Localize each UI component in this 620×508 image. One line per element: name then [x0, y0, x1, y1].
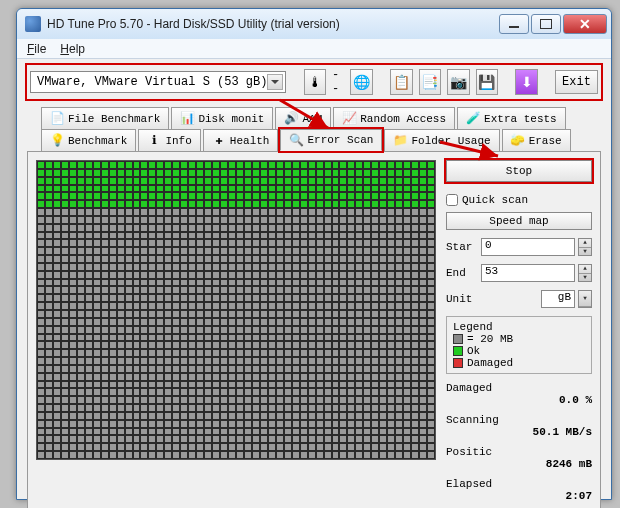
scan-block [252, 357, 260, 365]
start-input[interactable]: 0 [481, 238, 575, 256]
scan-block [37, 247, 45, 255]
scan-block [260, 279, 268, 287]
scan-block [140, 279, 148, 287]
exit-button[interactable]: Exit [555, 70, 598, 94]
save-button[interactable]: 💾 [476, 69, 499, 95]
scan-block [308, 341, 316, 349]
stop-button[interactable]: Stop [446, 160, 592, 182]
scan-block [212, 216, 220, 224]
scan-block [347, 279, 355, 287]
scan-block [300, 177, 308, 185]
scan-block [244, 294, 252, 302]
unit-dropdown[interactable]: ▼ [578, 290, 592, 308]
scan-block [276, 396, 284, 404]
scan-block [148, 271, 156, 279]
scan-block [324, 169, 332, 177]
scan-block [220, 177, 228, 185]
scan-block [252, 239, 260, 247]
tab-extra-tests[interactable]: 🧪Extra tests [457, 107, 566, 129]
temperature-button[interactable]: 🌡 [304, 69, 327, 95]
drive-select[interactable]: VMware, VMware Virtual S (53 gB) [30, 71, 286, 93]
tab-folder-usage[interactable]: 📁Folder Usage [384, 129, 499, 151]
minimize-button[interactable] [499, 14, 529, 34]
scan-block [308, 247, 316, 255]
scan-block [379, 263, 387, 271]
scan-block [228, 428, 236, 436]
scan-block [236, 381, 244, 389]
scan-block [93, 279, 101, 287]
options-button[interactable]: ⬇ [515, 69, 538, 95]
scan-block [125, 443, 133, 451]
scan-block [164, 420, 172, 428]
scan-block [156, 396, 164, 404]
scan-block [395, 404, 403, 412]
scan-block [260, 451, 268, 459]
scan-block [156, 239, 164, 247]
scan-block [276, 239, 284, 247]
scan-block [355, 185, 363, 193]
scan-block [324, 161, 332, 169]
tab-aam[interactable]: 🔊AAM [275, 107, 331, 129]
scan-block [109, 208, 117, 216]
scan-block [355, 271, 363, 279]
scan-block [133, 349, 141, 357]
scan-block [316, 349, 324, 357]
scan-block [300, 224, 308, 232]
screenshot-button[interactable]: 📷 [447, 69, 470, 95]
scan-block [93, 263, 101, 271]
title-bar[interactable]: HD Tune Pro 5.70 - Hard Disk/SSD Utility… [17, 9, 611, 39]
scan-block [53, 443, 61, 451]
scan-block [53, 192, 61, 200]
tab-health[interactable]: ✚Health [203, 129, 279, 151]
scan-block [355, 286, 363, 294]
tab-erase[interactable]: 🧽Erase [502, 129, 571, 151]
scan-block [53, 428, 61, 436]
tab-file-benchmark[interactable]: 📄File Benchmark [41, 107, 169, 129]
scan-block [164, 373, 172, 381]
tab-random-access[interactable]: 📈Random Access [333, 107, 455, 129]
copy-info-button[interactable]: 📋 [390, 69, 413, 95]
scan-block [292, 357, 300, 365]
scan-block [156, 224, 164, 232]
app-window: HD Tune Pro 5.70 - Hard Disk/SSD Utility… [16, 8, 612, 500]
scan-block [180, 255, 188, 263]
close-button[interactable]: ✕ [563, 14, 607, 34]
start-spinner[interactable]: ▲▼ [578, 238, 592, 256]
scan-block [363, 255, 371, 263]
copy-screenshot-button[interactable]: 📑 [419, 69, 442, 95]
scan-block [125, 373, 133, 381]
scan-block [133, 396, 141, 404]
scan-block [260, 200, 268, 208]
tab-benchmark[interactable]: 💡Benchmark [41, 129, 136, 151]
end-spinner[interactable]: ▲▼ [578, 264, 592, 282]
scan-block [355, 365, 363, 373]
tab-disk-monit[interactable]: 📊Disk monit [171, 107, 273, 129]
scan-block [260, 255, 268, 263]
unit-select[interactable]: gB [541, 290, 575, 308]
tab-label: Health [230, 135, 270, 147]
scan-block [284, 428, 292, 436]
tab-info[interactable]: ℹInfo [138, 129, 200, 151]
scan-block [93, 334, 101, 342]
scan-block [61, 349, 69, 357]
scan-block [395, 208, 403, 216]
menu-file[interactable]: File [27, 42, 46, 56]
tab-error-scan[interactable]: 🔍Error Scan [280, 129, 382, 151]
scan-block [284, 310, 292, 318]
scan-block [77, 435, 85, 443]
maximize-button[interactable] [531, 14, 561, 34]
scan-block [77, 404, 85, 412]
scan-block [411, 318, 419, 326]
dropdown-arrow-icon[interactable] [267, 74, 283, 90]
quick-scan-checkbox[interactable]: Quick scan [446, 194, 592, 206]
settings-button[interactable]: 🌐 [350, 69, 373, 95]
scan-block [363, 341, 371, 349]
end-input[interactable]: 53 [481, 264, 575, 282]
scan-block [133, 365, 141, 373]
scan-block [244, 404, 252, 412]
menu-help[interactable]: Help [60, 42, 85, 56]
quick-scan-input[interactable] [446, 194, 458, 206]
scan-block [140, 318, 148, 326]
scan-block [355, 451, 363, 459]
speed-map-button[interactable]: Speed map [446, 212, 592, 230]
